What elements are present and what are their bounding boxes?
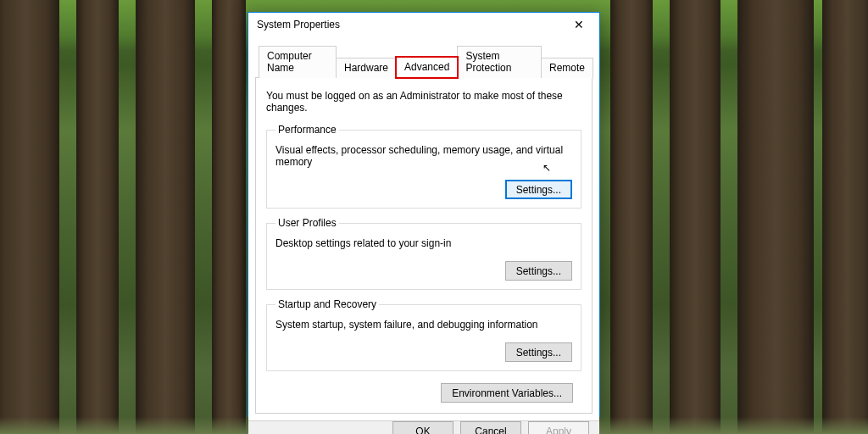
startup-recovery-legend: Startup and Recovery <box>275 298 379 310</box>
wallpaper-trunk <box>76 0 119 434</box>
environment-variables-button[interactable]: Environment Variables... <box>441 383 573 403</box>
wallpaper-trunk <box>212 0 246 434</box>
dialog-footer: OK Cancel Apply <box>248 420 599 434</box>
performance-settings-button[interactable]: Settings... <box>505 180 572 199</box>
user-profiles-desc: Desktop settings related to your sign-in <box>275 237 572 249</box>
performance-legend: Performance <box>275 124 339 136</box>
startup-recovery-group: Startup and Recovery System startup, sys… <box>266 298 581 371</box>
apply-button[interactable]: Apply <box>528 421 589 434</box>
tab-system-protection[interactable]: System Protection <box>457 46 542 78</box>
performance-desc: Visual effects, processor scheduling, me… <box>275 144 572 168</box>
user-profiles-group: User Profiles Desktop settings related t… <box>266 217 581 290</box>
wallpaper-trunk <box>670 0 721 434</box>
wallpaper-trunk <box>737 0 814 434</box>
advanced-tab-page: You must be logged on as an Administrato… <box>255 78 593 414</box>
wallpaper-trunk <box>0 0 59 434</box>
performance-group: Performance Visual effects, processor sc… <box>266 124 581 209</box>
close-icon: ✕ <box>574 19 584 31</box>
dialog-client-area: Computer Name Hardware Advanced System P… <box>248 36 599 420</box>
titlebar[interactable]: System Properties ✕ <box>248 13 599 36</box>
startup-recovery-settings-button[interactable]: Settings... <box>505 342 572 362</box>
close-button[interactable]: ✕ <box>562 13 596 36</box>
tab-advanced[interactable]: Advanced <box>396 57 458 78</box>
cancel-button[interactable]: Cancel <box>460 421 521 434</box>
user-profiles-settings-button[interactable]: Settings... <box>505 261 572 281</box>
tabstrip: Computer Name Hardware Advanced System P… <box>255 42 593 78</box>
user-profiles-legend: User Profiles <box>275 217 339 229</box>
system-properties-dialog: System Properties ✕ Computer Name Hardwa… <box>248 12 600 417</box>
tab-computer-name[interactable]: Computer Name <box>259 46 337 78</box>
tab-hardware[interactable]: Hardware <box>336 58 397 78</box>
wallpaper-trunk <box>136 0 195 434</box>
admin-note: You must be logged on as an Administrato… <box>266 90 581 114</box>
tab-remote[interactable]: Remote <box>541 58 593 78</box>
wallpaper-trunk <box>610 0 653 434</box>
ok-button[interactable]: OK <box>392 421 453 434</box>
dialog-title: System Properties <box>257 19 340 31</box>
wallpaper-trunk <box>822 0 868 434</box>
startup-recovery-desc: System startup, system failure, and debu… <box>275 319 572 331</box>
